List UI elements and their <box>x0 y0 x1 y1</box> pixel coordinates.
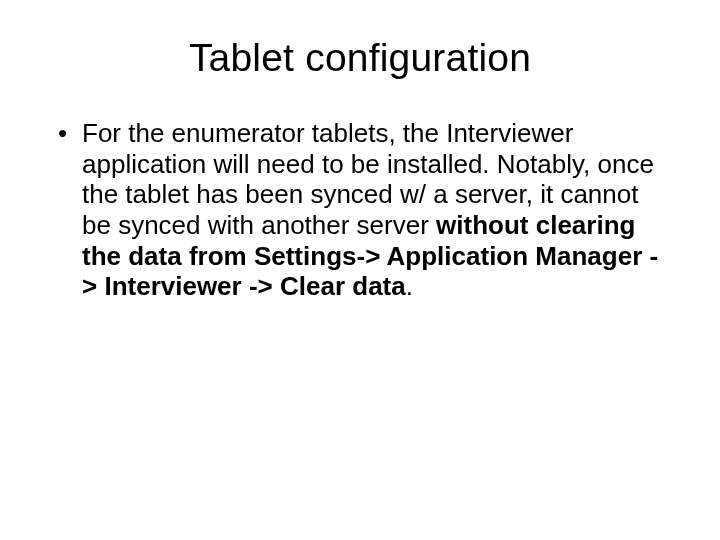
slide: Tablet configuration For the enumerator … <box>0 0 720 540</box>
content-area: For the enumerator tablets, the Intervie… <box>56 118 664 302</box>
bullet-text-part3: . <box>406 271 413 301</box>
slide-title: Tablet configuration <box>56 36 664 80</box>
bullet-item: For the enumerator tablets, the Intervie… <box>82 118 664 302</box>
